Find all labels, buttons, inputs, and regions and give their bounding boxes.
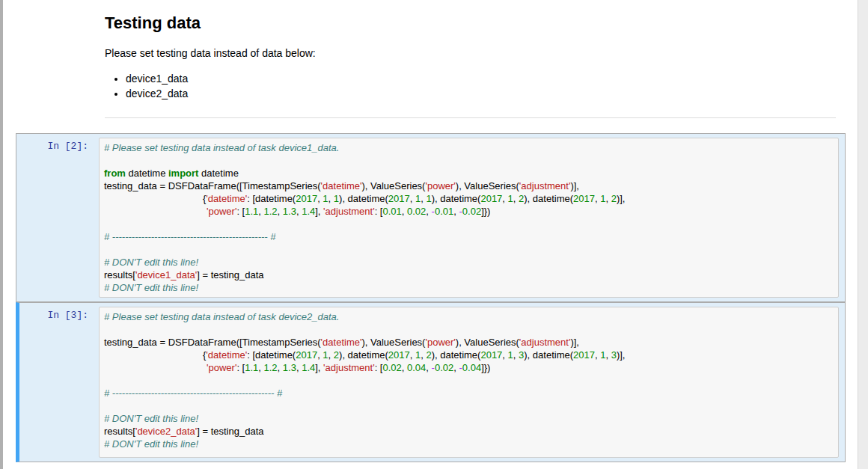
code-line: {'datetime': [datetime(2017, 1, 2), date…	[104, 349, 834, 361]
list-item: device2_data	[126, 86, 836, 101]
list-item: device1_data	[126, 71, 836, 86]
code-editor-1[interactable]: # Please set testing data instead of tas…	[99, 138, 839, 298]
code-line: # --------------------------------------…	[104, 230, 834, 243]
notebook-page: Testing data Please set testing data ins…	[0, 0, 868, 469]
input-prompt-1: In [2]:	[16, 134, 99, 301]
code-line: results['device2_data'] = testing_data	[104, 425, 834, 438]
input-prompt-2: In [3]:	[19, 303, 99, 462]
markdown-divider	[105, 117, 836, 118]
code-line: # --------------------------------------…	[104, 387, 834, 399]
markdown-list: device1_datadevice2_data	[109, 71, 836, 101]
code-line	[104, 323, 834, 336]
code-line	[104, 218, 834, 230]
code-line: # Please set testing data instead of tas…	[104, 141, 834, 154]
code-line	[104, 374, 834, 387]
code-editor-2[interactable]: # Please set testing data instead of tas…	[99, 307, 839, 458]
code-line: {'datetime': [datetime(2017, 1, 1), date…	[104, 192, 834, 205]
code-line: testing_data = DSFDataFrame([TimestampSe…	[104, 180, 834, 192]
code-cell-2[interactable]: In [3]: # Please set testing data instea…	[16, 302, 846, 462]
scrollbar-track[interactable]	[858, 0, 868, 469]
code-line: testing_data = DSFDataFrame([TimestampSe…	[104, 336, 834, 349]
code-line: # DON'T edit this line!	[104, 281, 834, 294]
markdown-cell[interactable]: Testing data Please set testing data ins…	[105, 7, 836, 118]
code-line: # Please set testing data instead of tas…	[104, 310, 834, 323]
code-line: 'power': [1.1, 1.2, 1.3, 1.4], 'adjustme…	[104, 205, 834, 218]
code-cell-1[interactable]: In [2]: # Please set testing data instea…	[16, 133, 846, 302]
code-line: from datetime import datetime	[104, 167, 834, 180]
code-line: 'power': [1.1, 1.2, 1.3, 1.4], 'adjustme…	[104, 361, 834, 374]
code-line: # DON'T edit this line!	[104, 438, 834, 450]
code-line	[104, 399, 834, 412]
page-title: Testing data	[105, 13, 836, 33]
markdown-paragraph: Please set testing data instead of data …	[105, 47, 836, 59]
code-line	[104, 243, 834, 256]
code-line: results['device1_data'] = testing_data	[104, 269, 834, 281]
code-line: # DON'T edit this line!	[104, 256, 834, 269]
code-line: # DON'T edit this line!	[104, 412, 834, 425]
code-line	[104, 154, 834, 167]
window-left-edge	[0, 0, 3, 469]
